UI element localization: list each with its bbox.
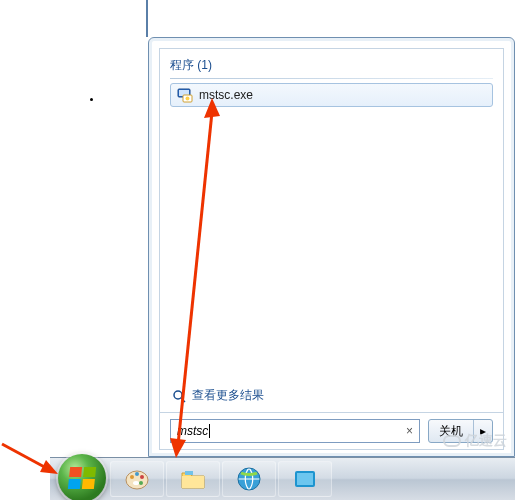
app-icon — [291, 465, 319, 493]
divider — [170, 78, 493, 79]
taskbar-paint[interactable] — [110, 461, 164, 497]
svg-point-9 — [140, 475, 144, 479]
start-button[interactable] — [58, 454, 106, 500]
left-panel-fragment — [0, 0, 148, 37]
svg-point-7 — [130, 475, 134, 479]
programs-header: 程序 (1) — [170, 57, 493, 78]
see-more-label: 查看更多结果 — [192, 387, 264, 404]
svg-rect-13 — [185, 471, 193, 475]
taskbar-browser[interactable] — [222, 461, 276, 497]
paint-icon — [123, 465, 151, 493]
windows-logo-icon — [68, 467, 96, 489]
clear-search-icon[interactable]: × — [404, 424, 415, 438]
folder-icon — [179, 465, 207, 493]
svg-point-8 — [135, 472, 139, 476]
svg-rect-12 — [182, 476, 204, 488]
search-icon — [172, 389, 186, 403]
search-value: mstsc — [177, 424, 404, 439]
svg-point-11 — [133, 481, 139, 485]
globe-icon — [235, 465, 263, 493]
search-input[interactable]: mstsc × — [170, 419, 420, 443]
taskbar-explorer[interactable] — [166, 461, 220, 497]
watermark: 亿速云 — [443, 432, 507, 450]
svg-point-10 — [139, 481, 143, 485]
results-spacer — [170, 107, 493, 383]
start-menu-panel: 程序 (1) mstsc.exe 查看更多结果 mstsc × 关机 ▸ — [148, 37, 515, 457]
result-item-mstsc[interactable]: mstsc.exe — [170, 83, 493, 107]
taskbar-app[interactable] — [278, 461, 332, 497]
see-more-results[interactable]: 查看更多结果 — [170, 383, 493, 412]
canvas-background — [148, 0, 515, 37]
watermark-logo-icon — [443, 435, 461, 447]
svg-line-5 — [181, 398, 185, 402]
svg-line-21 — [2, 444, 50, 470]
svg-point-3 — [186, 97, 190, 101]
svg-rect-17 — [297, 473, 313, 485]
bottom-divider — [160, 412, 503, 413]
mstsc-icon — [177, 87, 193, 103]
stray-dot — [90, 98, 93, 101]
result-item-label: mstsc.exe — [199, 88, 253, 102]
watermark-text: 亿速云 — [465, 432, 507, 450]
taskbar — [50, 457, 515, 500]
svg-point-4 — [174, 391, 182, 399]
start-menu-inner: 程序 (1) mstsc.exe 查看更多结果 mstsc × 关机 ▸ — [159, 48, 504, 450]
